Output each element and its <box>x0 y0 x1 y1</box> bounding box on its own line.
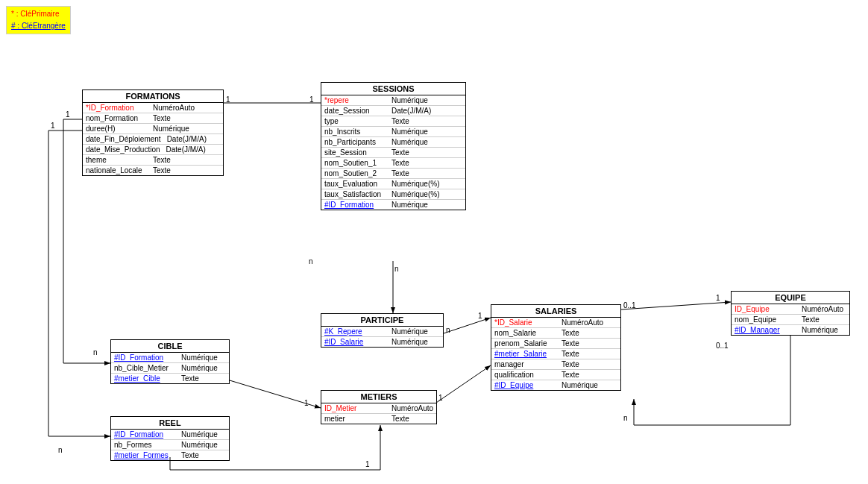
card-cible-metiers-1: 1 <box>304 399 309 407</box>
card-participe-salaries-n: n <box>446 326 450 334</box>
cible-row: #metier_CibleTexte <box>111 374 229 383</box>
cible-row: #ID_FormationNumérique <box>111 353 229 363</box>
line-metiers-salaries <box>436 365 491 403</box>
metiers-row: ID_MetierNuméroAuto <box>321 403 436 414</box>
card-formations-sessions-1b: 1 <box>309 95 314 104</box>
card-equipe-manager-n: n <box>623 414 628 422</box>
line-participe-salaries <box>444 318 491 333</box>
participe-title: PARTICIPE <box>321 314 443 327</box>
card-metiers-salaries-1: 1 <box>438 394 443 402</box>
reel-title: REEL <box>111 417 229 430</box>
card-reel-metiers-1: 1 <box>365 460 370 468</box>
card-reel-n: n <box>58 446 63 454</box>
reel-row: #metier_FormesTexte <box>111 450 229 460</box>
salaries-row: #ID_EquipeNumérique <box>491 380 620 390</box>
equipe-row: ID_EquipeNuméroAuto <box>732 304 849 315</box>
salaries-row: qualificationTexte <box>491 370 620 380</box>
entity-participe: PARTICIPE #K_RepereNumérique #ID_Salarie… <box>321 313 444 348</box>
sessions-row: taux_SatisfactionNumérique(%) <box>321 189 465 200</box>
card-salaries-equipe-01a: 0..1 <box>623 301 636 309</box>
entity-metiers: METIERS ID_MetierNuméroAuto metierTexte <box>321 390 437 424</box>
card-salaries-equipe-1: 1 <box>716 294 720 302</box>
card-cible-n: n <box>93 348 98 356</box>
card-sessions-participe-1: n <box>394 265 399 273</box>
sessions-row: *repereNumérique <box>321 95 465 106</box>
card-participe-salaries-1: 1 <box>478 312 482 320</box>
cible-row: nb_Cible_MetierNumérique <box>111 363 229 374</box>
sessions-row: taux_EvaluationNumérique(%) <box>321 179 465 189</box>
formations-row: themeTexte <box>83 155 223 166</box>
sessions-row: site_SessionTexte <box>321 148 465 158</box>
equipe-row: nom_EquipeTexte <box>732 315 849 325</box>
salaries-title: SALARIES <box>491 305 620 318</box>
equipe-title: EQUIPE <box>732 292 849 304</box>
line-equipe-manager <box>634 336 790 425</box>
entity-equipe: EQUIPE ID_EquipeNuméroAuto nom_EquipeTex… <box>731 291 850 336</box>
formations-row: *ID_FormationNuméroAuto <box>83 103 223 113</box>
salaries-row: *ID_SalarieNuméroAuto <box>491 318 620 328</box>
sessions-row: #ID_FormationNumérique <box>321 200 465 210</box>
metiers-row: metierTexte <box>321 414 436 424</box>
formations-title: FORMATIONS <box>83 90 223 103</box>
sessions-row: nb_ParticipantsNumérique <box>321 137 465 148</box>
line-salaries-equipe <box>621 302 731 309</box>
card-formations-reel-left: 1 <box>51 122 55 130</box>
card-equipe-manager-01b: 0..1 <box>716 342 729 350</box>
salaries-row: prenom_SalarieTexte <box>491 339 620 349</box>
cible-title: CIBLE <box>111 340 229 353</box>
equipe-row: #ID_ManagerNumérique <box>732 325 849 335</box>
participe-row: #K_RepereNumérique <box>321 327 443 337</box>
card-formations-cible-left: 1 <box>66 110 70 119</box>
sessions-row: typeTexte <box>321 116 465 127</box>
formations-row: nom_FormationTexte <box>83 113 223 124</box>
entity-salaries: SALARIES *ID_SalarieNuméroAuto nom_Salar… <box>491 304 621 391</box>
salaries-row: nom_SalarieTexte <box>491 328 620 339</box>
formations-row: date_Mise_ProductionDate(J/M/A) <box>83 145 223 155</box>
participe-row: #ID_SalarieNumérique <box>321 337 443 347</box>
entity-sessions: SESSIONS *repereNumérique date_SessionDa… <box>321 82 466 210</box>
entity-reel: REEL #ID_FormationNumérique nb_FormesNum… <box>110 416 230 461</box>
sessions-title: SESSIONS <box>321 83 465 95</box>
sessions-row: nb_InscritsNumérique <box>321 127 465 137</box>
card-formations-sessions-1a: 1 <box>226 95 230 104</box>
sessions-row: date_SessionDate(J/M/A) <box>321 106 465 116</box>
sessions-row: nom_Soutien_2Texte <box>321 169 465 179</box>
fk-legend: # : CléEtrangère <box>11 20 66 32</box>
entity-formations: FORMATIONS *ID_FormationNuméroAuto nom_F… <box>82 89 224 176</box>
formations-row: duree(H)Numérique <box>83 124 223 134</box>
pk-legend: * : CléPrimaire <box>11 8 66 20</box>
reel-row: nb_FormesNumérique <box>111 440 229 450</box>
formations-row: date_Fin_DéploiementDate(J/M/A) <box>83 134 223 145</box>
salaries-row: managerTexte <box>491 359 620 370</box>
card-sessions-formations-n: n <box>309 257 313 265</box>
entity-cible: CIBLE #ID_FormationNumérique nb_Cible_Me… <box>110 339 230 384</box>
legend: * : CléPrimaire # : CléEtrangère <box>6 6 71 34</box>
line-formations-reel <box>48 131 110 436</box>
metiers-title: METIERS <box>321 391 436 403</box>
reel-row: #ID_FormationNumérique <box>111 430 229 440</box>
salaries-row: #metier_SalarieTexte <box>491 349 620 359</box>
sessions-row: nom_Soutien_1Texte <box>321 158 465 169</box>
formations-row: nationale_LocaleTexte <box>83 166 223 175</box>
